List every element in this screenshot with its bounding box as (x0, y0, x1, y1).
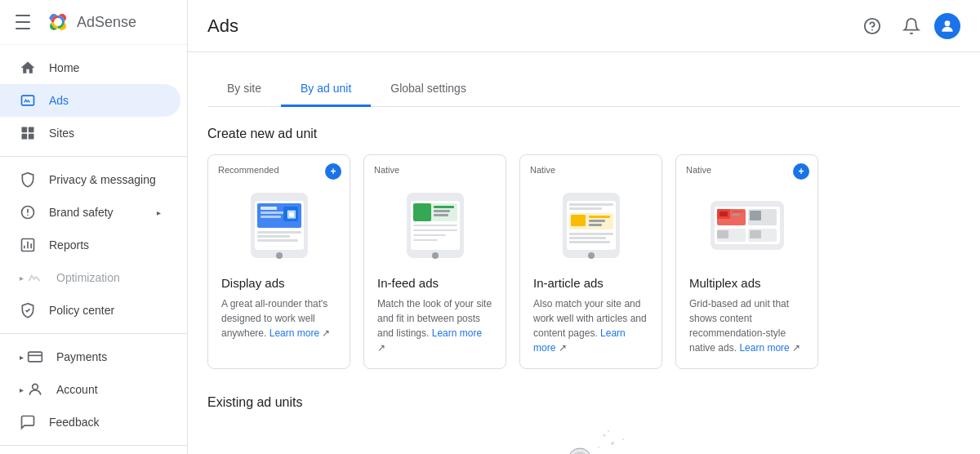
svg-point-19 (871, 29, 873, 30)
create-section: Create new ad unit Recommended + (207, 127, 960, 369)
svg-rect-37 (434, 206, 454, 208)
sidebar-item-reports[interactable]: Reports (0, 229, 180, 261)
multiplex-ads-image (689, 185, 804, 266)
svg-point-5 (54, 18, 62, 26)
privacy-icon (20, 171, 36, 188)
svg-rect-42 (413, 234, 446, 236)
sidebar-item-policy-center[interactable]: Policy center (0, 294, 180, 327)
svg-rect-9 (22, 134, 28, 140)
svg-rect-41 (413, 229, 457, 231)
ad-cards-container: Recommended + (207, 154, 960, 369)
home-icon (20, 60, 36, 76)
svg-rect-8 (29, 127, 34, 133)
sidebar-nav: Home Ads Sites Privacy & messaging (0, 45, 187, 445)
optimization-expand-icon: ▸ (20, 274, 24, 283)
multiplex-ads-desc: Grid-based ad unit that shows content re… (689, 296, 804, 355)
logo-text: AdSense (77, 14, 136, 31)
sidebar-item-sites[interactable]: Sites (0, 117, 180, 149)
svg-rect-43 (413, 239, 438, 241)
svg-rect-7 (22, 127, 28, 133)
account-expand-icon: ▸ (20, 385, 24, 394)
sidebar-item-home[interactable]: Home (0, 51, 180, 84)
in-feed-ads-learn-more[interactable]: Learn more (432, 327, 482, 339)
user-avatar[interactable] (934, 13, 960, 39)
in-article-ads-card[interactable]: Native (519, 154, 662, 369)
svg-point-57 (588, 252, 595, 259)
svg-point-13 (27, 215, 29, 216)
multiplex-ads-card[interactable]: Native + (675, 154, 818, 369)
svg-rect-52 (589, 220, 605, 222)
sidebar-item-ads[interactable]: Ads (0, 84, 180, 117)
account-icon (27, 381, 43, 398)
sidebar-item-brand-safety[interactable]: Brand safety ▸ (0, 196, 180, 229)
multiplex-ads-badge: Native (686, 165, 711, 175)
display-ads-card[interactable]: Recommended + (207, 154, 350, 369)
sidebar-item-payments[interactable]: ▸ Payments (0, 340, 180, 373)
topbar-actions (856, 10, 960, 42)
sidebar-item-account[interactable]: ▸ Account (0, 373, 180, 406)
page-title: Ads (207, 16, 238, 37)
svg-point-44 (432, 252, 439, 259)
optimization-icon (27, 269, 43, 286)
tab-by-site[interactable]: By site (207, 72, 281, 107)
multiplex-ads-new-badge: + (793, 163, 809, 180)
ads-icon (20, 92, 36, 109)
hamburger-menu[interactable] (13, 12, 33, 32)
in-feed-ads-badge: Native (374, 165, 399, 175)
in-feed-ads-image (377, 185, 492, 266)
display-ads-title: Display ads (221, 276, 336, 290)
svg-point-82 (604, 434, 606, 437)
sidebar: AdSense Home Ads Sites (0, 0, 188, 454)
sidebar-footer: Google Privacy Terms (0, 445, 187, 454)
svg-rect-30 (257, 235, 290, 238)
svg-point-86 (598, 447, 599, 448)
svg-rect-54 (569, 233, 613, 235)
sidebar-item-optimization[interactable]: ▸ Optimization (0, 261, 180, 294)
svg-rect-51 (589, 216, 610, 218)
svg-rect-62 (719, 211, 728, 216)
in-feed-ads-card[interactable]: Native (363, 154, 506, 369)
display-ads-new-badge: + (325, 163, 341, 180)
reports-icon (20, 237, 36, 253)
svg-rect-36 (413, 203, 431, 221)
svg-rect-68 (750, 230, 761, 238)
main-content: Ads By site By ad unit Global settings C… (188, 0, 980, 454)
svg-point-81 (611, 442, 614, 445)
svg-point-32 (276, 252, 283, 259)
svg-rect-55 (569, 237, 606, 239)
svg-rect-48 (569, 207, 602, 210)
svg-rect-38 (434, 210, 450, 212)
svg-rect-47 (569, 203, 613, 206)
create-section-title: Create new ad unit (207, 127, 960, 141)
in-article-ads-title: In-article ads (533, 276, 648, 290)
svg-rect-24 (261, 207, 277, 210)
existing-section-title: Existing ad units (207, 395, 960, 410)
in-feed-ads-title: In-feed ads (377, 276, 492, 290)
svg-rect-50 (571, 215, 586, 226)
help-button[interactable] (856, 10, 889, 42)
svg-rect-69 (732, 211, 743, 212)
display-ads-desc: A great all-rounder that's designed to w… (221, 296, 336, 340)
svg-rect-31 (257, 239, 298, 242)
payments-expand-icon: ▸ (20, 353, 24, 362)
tab-global-settings[interactable]: Global settings (371, 72, 486, 107)
svg-rect-64 (750, 211, 761, 220)
google-logo-icon (46, 10, 70, 34)
tab-by-ad-unit[interactable]: By ad unit (281, 72, 371, 107)
svg-rect-66 (717, 230, 728, 238)
policy-icon (20, 302, 36, 318)
svg-point-20 (945, 20, 951, 26)
svg-rect-15 (29, 352, 42, 362)
in-feed-ads-desc: Match the look of your site and fit in b… (377, 296, 492, 355)
notifications-button[interactable] (895, 10, 928, 42)
brand-safety-expand-icon: ▸ (157, 208, 161, 217)
svg-point-84 (608, 430, 609, 432)
sidebar-item-feedback[interactable]: Feedback (0, 406, 180, 438)
in-article-ads-desc: Also match your site and work well with … (533, 296, 648, 355)
svg-point-85 (622, 438, 624, 440)
multiplex-ads-learn-more[interactable]: Learn more (739, 342, 789, 354)
logo: AdSense (46, 10, 136, 34)
display-ads-learn-more[interactable]: Learn more (270, 327, 319, 339)
sidebar-item-privacy-messaging[interactable]: Privacy & messaging (0, 163, 180, 196)
display-ads-image: ▣ (221, 185, 336, 266)
